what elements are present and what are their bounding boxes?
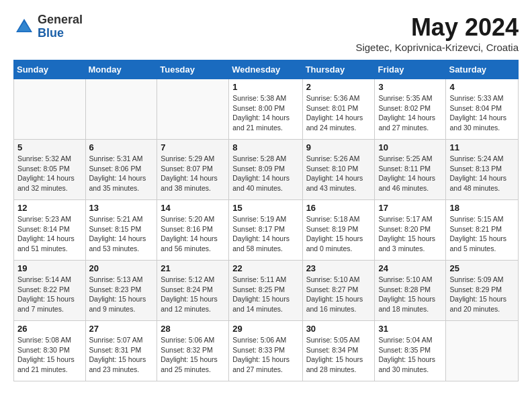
calendar-cell	[85, 79, 157, 140]
day-info: Sunrise: 5:13 AM Sunset: 8:23 PM Dayligh…	[89, 275, 154, 314]
weekday-header-friday: Friday	[375, 60, 446, 79]
calendar-cell: 4Sunrise: 5:33 AM Sunset: 8:04 PM Daylig…	[446, 79, 519, 140]
calendar-cell: 19Sunrise: 5:14 AM Sunset: 8:22 PM Dayli…	[14, 261, 86, 321]
day-number: 21	[161, 263, 225, 273]
calendar-cell: 11Sunrise: 5:24 AM Sunset: 8:13 PM Dayli…	[446, 140, 519, 200]
day-info: Sunrise: 5:08 AM Sunset: 8:30 PM Dayligh…	[17, 335, 82, 375]
week-row-5: 26Sunrise: 5:08 AM Sunset: 8:30 PM Dayli…	[14, 321, 519, 381]
day-info: Sunrise: 5:38 AM Sunset: 8:00 PM Dayligh…	[232, 93, 298, 133]
day-number: 7	[161, 142, 225, 152]
day-info: Sunrise: 5:09 AM Sunset: 8:29 PM Dayligh…	[449, 275, 515, 314]
calendar-cell: 16Sunrise: 5:18 AM Sunset: 8:19 PM Dayli…	[302, 200, 375, 261]
calendar-cell: 7Sunrise: 5:29 AM Sunset: 8:07 PM Daylig…	[157, 140, 229, 200]
logo-text: General Blue	[38, 13, 83, 40]
weekday-header-saturday: Saturday	[446, 60, 519, 79]
month-title: May 2024	[355, 13, 519, 42]
day-number: 19	[17, 263, 82, 273]
weekday-header-tuesday: Tuesday	[157, 60, 229, 79]
calendar-cell: 15Sunrise: 5:19 AM Sunset: 8:17 PM Dayli…	[229, 200, 302, 261]
day-number: 25	[449, 263, 515, 273]
day-number: 4	[449, 82, 515, 92]
logo-blue: Blue	[38, 27, 83, 40]
week-row-3: 12Sunrise: 5:23 AM Sunset: 8:14 PM Dayli…	[14, 200, 519, 261]
day-number: 8	[232, 142, 298, 152]
day-number: 5	[17, 142, 82, 152]
calendar-table: SundayMondayTuesdayWednesdayThursdayFrid…	[13, 60, 519, 381]
calendar-cell	[157, 79, 229, 140]
calendar-cell: 12Sunrise: 5:23 AM Sunset: 8:14 PM Dayli…	[14, 200, 86, 261]
calendar-cell: 17Sunrise: 5:17 AM Sunset: 8:20 PM Dayli…	[375, 200, 446, 261]
calendar-cell: 6Sunrise: 5:31 AM Sunset: 8:06 PM Daylig…	[85, 140, 157, 200]
calendar-cell: 3Sunrise: 5:35 AM Sunset: 8:02 PM Daylig…	[375, 79, 446, 140]
day-info: Sunrise: 5:31 AM Sunset: 8:06 PM Dayligh…	[89, 154, 154, 193]
weekday-header-sunday: Sunday	[14, 60, 86, 79]
calendar-cell: 8Sunrise: 5:28 AM Sunset: 8:09 PM Daylig…	[229, 140, 302, 200]
day-info: Sunrise: 5:23 AM Sunset: 8:14 PM Dayligh…	[17, 214, 82, 254]
calendar-cell: 18Sunrise: 5:15 AM Sunset: 8:21 PM Dayli…	[446, 200, 519, 261]
calendar-cell: 14Sunrise: 5:20 AM Sunset: 8:16 PM Dayli…	[157, 200, 229, 261]
calendar-cell	[14, 79, 86, 140]
day-info: Sunrise: 5:36 AM Sunset: 8:01 PM Dayligh…	[306, 93, 371, 133]
day-info: Sunrise: 5:14 AM Sunset: 8:22 PM Dayligh…	[17, 275, 82, 314]
day-info: Sunrise: 5:05 AM Sunset: 8:34 PM Dayligh…	[306, 335, 371, 375]
calendar-cell: 5Sunrise: 5:32 AM Sunset: 8:05 PM Daylig…	[14, 140, 86, 200]
day-number: 10	[378, 142, 442, 152]
week-row-4: 19Sunrise: 5:14 AM Sunset: 8:22 PM Dayli…	[14, 261, 519, 321]
day-number: 27	[89, 324, 154, 334]
day-info: Sunrise: 5:10 AM Sunset: 8:27 PM Dayligh…	[306, 275, 371, 314]
day-info: Sunrise: 5:10 AM Sunset: 8:28 PM Dayligh…	[378, 275, 442, 314]
day-info: Sunrise: 5:21 AM Sunset: 8:15 PM Dayligh…	[89, 214, 154, 254]
day-number: 28	[161, 324, 225, 334]
day-info: Sunrise: 5:29 AM Sunset: 8:07 PM Dayligh…	[161, 154, 225, 193]
day-info: Sunrise: 5:25 AM Sunset: 8:11 PM Dayligh…	[378, 154, 442, 193]
week-row-1: 1Sunrise: 5:38 AM Sunset: 8:00 PM Daylig…	[14, 79, 519, 140]
calendar-cell: 24Sunrise: 5:10 AM Sunset: 8:28 PM Dayli…	[375, 261, 446, 321]
calendar-cell: 21Sunrise: 5:12 AM Sunset: 8:24 PM Dayli…	[157, 261, 229, 321]
weekday-header-wednesday: Wednesday	[229, 60, 302, 79]
day-number: 12	[17, 203, 82, 213]
day-info: Sunrise: 5:07 AM Sunset: 8:31 PM Dayligh…	[89, 335, 154, 375]
day-number: 26	[17, 324, 82, 334]
day-number: 16	[306, 203, 371, 213]
day-number: 15	[232, 203, 298, 213]
calendar-cell: 31Sunrise: 5:04 AM Sunset: 8:35 PM Dayli…	[375, 321, 446, 381]
day-info: Sunrise: 5:06 AM Sunset: 8:32 PM Dayligh…	[161, 335, 225, 375]
page-header: General Blue May 2024 Sigetec, Koprivnic…	[13, 13, 519, 53]
calendar-cell	[446, 321, 519, 381]
logo: General Blue	[13, 13, 83, 40]
generalblue-logo-icon	[13, 16, 35, 38]
calendar-cell: 9Sunrise: 5:26 AM Sunset: 8:10 PM Daylig…	[302, 140, 375, 200]
day-info: Sunrise: 5:20 AM Sunset: 8:16 PM Dayligh…	[161, 214, 225, 254]
day-info: Sunrise: 5:06 AM Sunset: 8:33 PM Dayligh…	[232, 335, 298, 375]
calendar-cell: 1Sunrise: 5:38 AM Sunset: 8:00 PM Daylig…	[229, 79, 302, 140]
day-info: Sunrise: 5:11 AM Sunset: 8:25 PM Dayligh…	[232, 275, 298, 314]
day-number: 22	[232, 263, 298, 273]
day-info: Sunrise: 5:26 AM Sunset: 8:10 PM Dayligh…	[306, 154, 371, 193]
day-info: Sunrise: 5:24 AM Sunset: 8:13 PM Dayligh…	[449, 154, 515, 193]
day-number: 31	[378, 324, 442, 334]
calendar-cell: 22Sunrise: 5:11 AM Sunset: 8:25 PM Dayli…	[229, 261, 302, 321]
day-number: 14	[161, 203, 225, 213]
calendar-cell: 25Sunrise: 5:09 AM Sunset: 8:29 PM Dayli…	[446, 261, 519, 321]
day-number: 20	[89, 263, 154, 273]
day-info: Sunrise: 5:35 AM Sunset: 8:02 PM Dayligh…	[378, 93, 442, 133]
day-number: 24	[378, 263, 442, 273]
weekday-header-row: SundayMondayTuesdayWednesdayThursdayFrid…	[14, 60, 519, 79]
day-info: Sunrise: 5:15 AM Sunset: 8:21 PM Dayligh…	[449, 214, 515, 254]
day-number: 1	[232, 82, 298, 92]
day-number: 9	[306, 142, 371, 152]
calendar-cell: 2Sunrise: 5:36 AM Sunset: 8:01 PM Daylig…	[302, 79, 375, 140]
day-info: Sunrise: 5:12 AM Sunset: 8:24 PM Dayligh…	[161, 275, 225, 314]
calendar-cell: 20Sunrise: 5:13 AM Sunset: 8:23 PM Dayli…	[85, 261, 157, 321]
day-number: 18	[449, 203, 515, 213]
calendar-cell: 28Sunrise: 5:06 AM Sunset: 8:32 PM Dayli…	[157, 321, 229, 381]
title-block: May 2024 Sigetec, Koprivnica-Krizevci, C…	[355, 13, 519, 53]
weekday-header-monday: Monday	[85, 60, 157, 79]
day-number: 17	[378, 203, 442, 213]
day-number: 29	[232, 324, 298, 334]
day-number: 13	[89, 203, 154, 213]
calendar-cell: 30Sunrise: 5:05 AM Sunset: 8:34 PM Dayli…	[302, 321, 375, 381]
day-info: Sunrise: 5:28 AM Sunset: 8:09 PM Dayligh…	[232, 154, 298, 193]
day-info: Sunrise: 5:18 AM Sunset: 8:19 PM Dayligh…	[306, 214, 371, 254]
calendar-cell: 23Sunrise: 5:10 AM Sunset: 8:27 PM Dayli…	[302, 261, 375, 321]
